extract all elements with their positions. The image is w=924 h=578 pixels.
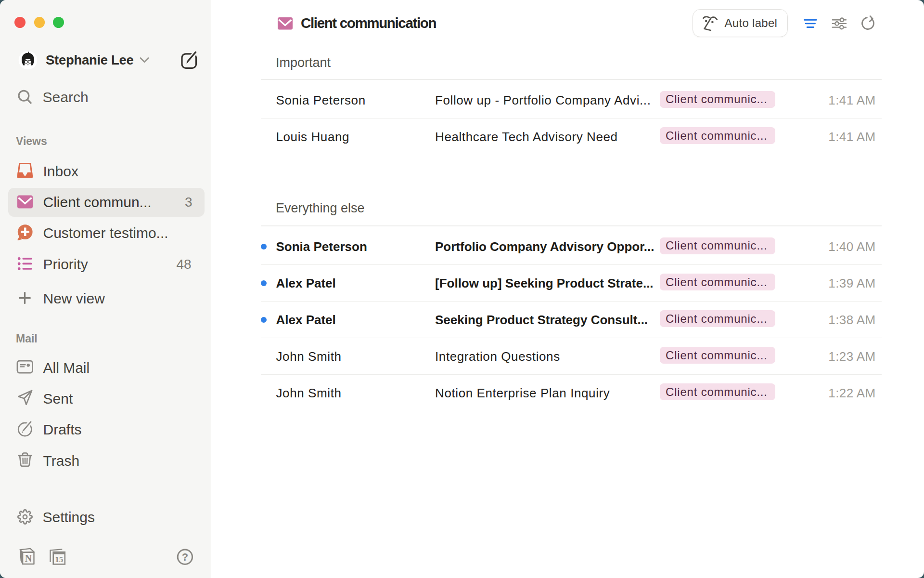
svg-text:N: N: [25, 553, 32, 564]
svg-text:15: 15: [55, 555, 63, 564]
svg-text:?: ?: [182, 551, 188, 563]
